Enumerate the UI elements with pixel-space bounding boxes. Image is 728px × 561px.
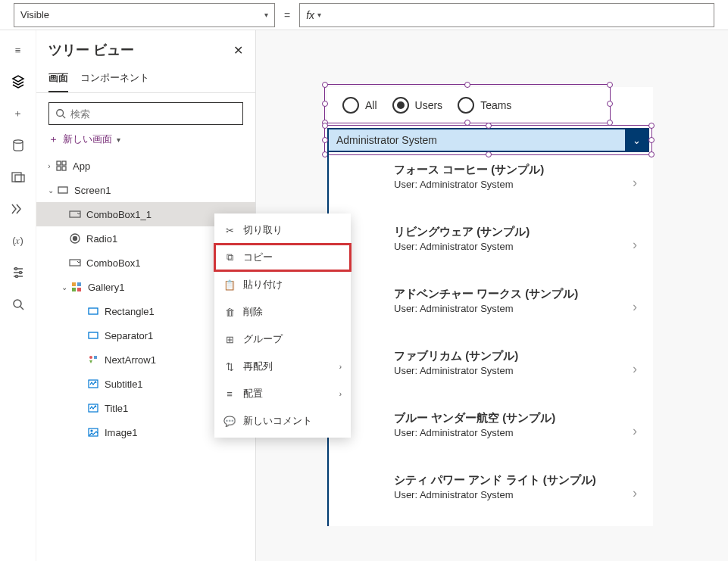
equals-label: = <box>284 9 290 21</box>
gallery-item-subtitle: User: Administrator System <box>394 489 626 500</box>
gallery-item[interactable]: リビングウェア (サンプル)User: Administrator System… <box>329 214 649 276</box>
app-icon <box>55 161 68 171</box>
svg-point-23 <box>89 356 92 359</box>
svg-rect-21 <box>89 308 98 314</box>
gallery-icon <box>70 282 83 292</box>
paste-icon: 📋 <box>223 279 236 291</box>
image-icon <box>86 428 100 437</box>
search-icon[interactable] <box>9 295 27 313</box>
chevron-down-icon[interactable]: ⌄ <box>625 129 648 151</box>
artboard[interactable]: All Users Teams Administrator System ⌄ <box>327 87 653 526</box>
chevron-right-icon: › <box>633 485 637 501</box>
property-selector[interactable]: Visible ▾ <box>14 3 275 27</box>
tree-label: ComboBox1_1 <box>86 209 152 220</box>
svg-rect-12 <box>58 187 67 193</box>
close-icon[interactable]: ✕ <box>233 43 243 58</box>
gallery-item[interactable]: アドベンチャー ワークス (サンプル)User: Administrator S… <box>329 276 649 338</box>
cut-icon: ✂ <box>223 225 236 236</box>
chevron-right-icon: › <box>633 299 637 315</box>
gallery-item-subtitle: User: Administrator System <box>394 427 626 438</box>
tree-label: Subtitle1 <box>105 379 143 390</box>
chevron-right-icon: › <box>633 237 637 253</box>
screen-icon <box>56 186 70 194</box>
group-icon: ⊞ <box>223 334 236 345</box>
svg-point-3 <box>14 268 17 270</box>
radio-users[interactable]: Users <box>392 97 443 114</box>
rectangle-icon <box>86 307 100 315</box>
gallery-item[interactable]: ブルー ヤンダー航空 (サンプル)User: Administrator Sys… <box>329 400 649 463</box>
combobox-icon <box>68 210 82 218</box>
menu-cut[interactable]: ✂ 切り取り <box>214 217 351 244</box>
svg-rect-20 <box>77 288 81 291</box>
new-screen-button[interactable]: ＋ 新しい画面 ▾ <box>36 129 255 154</box>
tree-label: Radio1 <box>86 233 117 245</box>
fx-icon: fx <box>306 9 314 21</box>
tab-components[interactable]: コンポーネント <box>80 65 149 92</box>
svg-rect-1 <box>12 173 21 182</box>
context-menu: ✂ 切り取り ⧉ コピー 📋 貼り付け 🗑 削除 ⊞ グループ ⇅ 再配列 › … <box>214 213 351 438</box>
panel-title: ツリー ビュー <box>48 41 134 59</box>
insert-icon[interactable]: ＋ <box>9 104 27 123</box>
gallery-item-title: アドベンチャー ワークス (サンプル) <box>394 287 626 301</box>
svg-point-28 <box>91 430 92 432</box>
chevron-down-icon[interactable]: ⌄ <box>59 283 70 291</box>
radio-all[interactable]: All <box>342 97 377 114</box>
gallery-item[interactable]: フォース コーヒー (サンプル)User: Administrator Syst… <box>329 152 649 214</box>
data-icon[interactable] <box>9 136 27 154</box>
tree-label: Rectangle1 <box>105 306 155 317</box>
chevron-down-icon[interactable]: ⌄ <box>45 186 56 195</box>
svg-rect-17 <box>72 282 76 286</box>
menu-comment[interactable]: 💬 新しいコメント <box>214 407 351 435</box>
comment-icon: 💬 <box>223 416 236 427</box>
tree-label: Title1 <box>105 403 128 414</box>
property-name: Visible <box>20 9 49 20</box>
formula-input[interactable]: fx ▾ <box>299 3 714 27</box>
svg-point-4 <box>19 272 21 274</box>
menu-reorder[interactable]: ⇅ 再配列 › <box>214 353 351 380</box>
icons-icon <box>86 354 100 365</box>
copy-icon: ⧉ <box>223 251 236 263</box>
flows-icon[interactable] <box>9 200 27 218</box>
tree-node-app[interactable]: › App <box>36 154 255 178</box>
radio-group[interactable]: All Users Teams <box>327 87 608 123</box>
tree-label: NextArrow1 <box>105 354 156 366</box>
gallery-preview[interactable]: フォース コーヒー (サンプル)User: Administrator Syst… <box>327 152 649 526</box>
menu-paste[interactable]: 📋 貼り付け <box>214 271 351 298</box>
trash-icon: 🗑 <box>223 307 236 318</box>
menu-align[interactable]: ≡ 配置 › <box>214 380 351 407</box>
menu-copy[interactable]: ⧉ コピー <box>214 244 351 271</box>
gallery-item[interactable]: ファブリカム (サンプル)User: Administrator System› <box>329 338 649 400</box>
tree-view-icon[interactable] <box>9 73 27 91</box>
gallery-item-title: フォース コーヒー (サンプル) <box>394 163 626 177</box>
panel-tabs: 画面 コンポーネント <box>36 65 255 93</box>
svg-rect-22 <box>89 332 98 338</box>
svg-point-6 <box>14 300 21 307</box>
svg-point-15 <box>73 237 77 241</box>
svg-rect-11 <box>62 167 66 170</box>
left-rail: ≡ ＋ (𝑥) <box>0 30 36 561</box>
chevron-right-icon: › <box>339 363 342 371</box>
media-icon[interactable] <box>9 168 27 186</box>
menu-delete[interactable]: 🗑 削除 <box>214 298 351 326</box>
svg-point-0 <box>14 140 23 143</box>
search-icon <box>55 108 66 119</box>
menu-group[interactable]: ⊞ グループ <box>214 326 351 353</box>
hamburger-icon[interactable]: ≡ <box>9 41 27 59</box>
search-field[interactable] <box>70 108 236 120</box>
combobox-preview[interactable]: Administrator System ⌄ <box>327 128 649 152</box>
text-icon <box>86 404 100 413</box>
svg-rect-9 <box>62 161 66 165</box>
radio-teams[interactable]: Teams <box>458 97 511 114</box>
gallery-item-subtitle: User: Administrator System <box>394 365 626 376</box>
tab-screens[interactable]: 画面 <box>48 65 68 92</box>
svg-rect-2 <box>15 175 24 182</box>
chevron-right-icon[interactable]: › <box>44 162 55 170</box>
gallery-item[interactable]: シティ パワー アンド ライト (サンプル)User: Administrato… <box>329 463 649 525</box>
variables-icon[interactable]: (𝑥) <box>9 232 27 250</box>
search-input[interactable] <box>48 102 243 125</box>
svg-rect-19 <box>72 288 76 291</box>
tree-label: ComboBox1 <box>86 257 141 269</box>
tree-node-screen1[interactable]: ⌄ Screen1 <box>36 178 255 202</box>
settings-icon[interactable] <box>9 263 27 282</box>
svg-point-7 <box>57 110 64 117</box>
